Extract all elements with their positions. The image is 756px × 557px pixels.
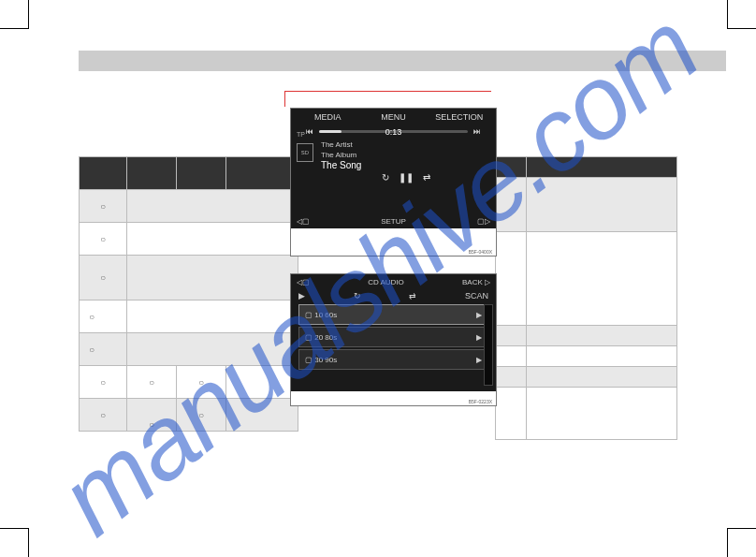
play-icon[interactable]: ▶: [476, 333, 482, 342]
play-icon[interactable]: ▶: [476, 356, 482, 364]
folder-browser-figure: ◁▢ CD AUDIO BACK ▷ ▶ ↻ ⇄ SCAN ▢ 10 60s ▶…: [290, 273, 497, 406]
back-button[interactable]: BACK ▷: [462, 278, 490, 286]
tp-label: TP: [297, 131, 305, 138]
circle-marker: ○: [80, 190, 127, 223]
crop-mark: [0, 0, 29, 29]
circle-marker: ○: [127, 366, 177, 399]
next-track-icon[interactable]: ⏭: [473, 127, 481, 136]
folder-prev-icon[interactable]: ◁▢: [297, 217, 310, 226]
circle-marker: ○: [80, 256, 127, 300]
sd-card-icon: SD: [297, 143, 313, 162]
play-icon[interactable]: ▶: [476, 311, 482, 319]
folder-next-icon[interactable]: ▢▷: [477, 217, 490, 226]
scrollbar[interactable]: [484, 304, 493, 386]
tab-selection[interactable]: SELECTION: [427, 112, 492, 122]
media-player-figure: MEDIA MENU SELECTION TP ⏮ 0:13 ⏭ SD The …: [290, 108, 497, 257]
circle-marker: ○: [177, 399, 226, 432]
circle-marker: ○: [127, 399, 177, 432]
figure-code: B5F-0400X: [469, 249, 492, 255]
tab-media[interactable]: MEDIA: [295, 112, 360, 122]
figure-code: B5F-0223X: [469, 399, 492, 404]
circle-marker: ○: [80, 333, 127, 366]
shuffle-icon[interactable]: ⇄: [423, 172, 430, 183]
crop-mark: [0, 528, 29, 557]
folder-row[interactable]: ▢ 20 80s ▶: [298, 327, 488, 347]
folder-label: 20 80s: [314, 333, 337, 342]
circle-marker: ○: [177, 366, 226, 399]
circle-marker: ○: [80, 366, 127, 399]
prev-track-icon[interactable]: ⏮: [306, 127, 313, 136]
repeat-icon[interactable]: ↻: [382, 172, 389, 183]
folder-label: 10 60s: [314, 311, 337, 319]
setup-button[interactable]: SETUP: [381, 217, 406, 226]
folder-row[interactable]: ▢ 10 60s ▶: [298, 304, 488, 325]
left-table: ○ ○ ○ ○ ○ ○ ○ ○ ○ ○ ○: [79, 156, 298, 432]
scan-button[interactable]: SCAN: [465, 291, 488, 300]
elapsed-time: 0:13: [385, 127, 402, 137]
browser-title: CD AUDIO: [368, 278, 404, 286]
circle-marker: ○: [80, 223, 127, 256]
header-bar: [79, 51, 726, 71]
album-label: The Album: [321, 150, 490, 160]
right-table: [495, 156, 677, 440]
song-label: The Song: [321, 160, 490, 170]
pause-icon[interactable]: ❚❚: [399, 172, 414, 183]
tab-menu[interactable]: MENU: [360, 112, 426, 122]
artist-label: The Artist: [321, 139, 490, 150]
shuffle-icon[interactable]: ⇄: [409, 291, 416, 300]
crop-mark: [727, 0, 756, 29]
callout-line: [284, 91, 491, 107]
crop-mark: [727, 528, 756, 557]
circle-marker: ○: [80, 399, 127, 432]
repeat-icon[interactable]: ↻: [354, 291, 361, 300]
folder-row[interactable]: ▢ 30 90s ▶: [298, 349, 488, 370]
folder-label: 30 90s: [314, 356, 337, 364]
play-icon[interactable]: ▶: [298, 291, 305, 300]
circle-marker: ○: [80, 300, 127, 333]
back-folder-icon[interactable]: ◁▢: [297, 278, 310, 286]
